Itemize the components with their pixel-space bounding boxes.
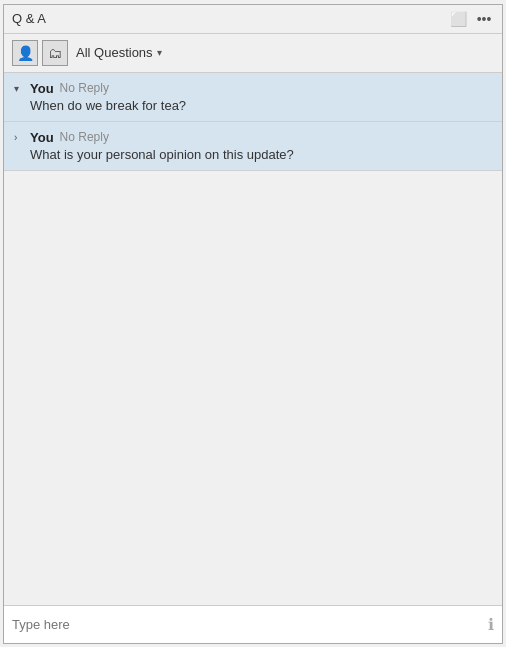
question-item[interactable]: › You No Reply What is your personal opi… <box>4 122 502 171</box>
type-here-input[interactable] <box>12 617 488 632</box>
question-status: No Reply <box>60 81 109 95</box>
info-icon[interactable]: ℹ <box>488 615 494 634</box>
question-author: You <box>30 130 54 145</box>
filter-dropdown[interactable]: All Questions ▾ <box>72 43 166 62</box>
expand-arrow-icon: ▾ <box>14 83 24 94</box>
panel-header: Q & A ⬜ ••• <box>4 5 502 34</box>
filter-label: All Questions <box>76 45 153 60</box>
question-header: ▾ You No Reply <box>14 81 492 96</box>
question-header: › You No Reply <box>14 130 492 145</box>
chevron-down-icon: ▾ <box>157 47 162 58</box>
more-options-icon[interactable]: ••• <box>474 9 494 29</box>
expand-arrow-icon: › <box>14 132 24 143</box>
question-text: What is your personal opinion on this up… <box>14 147 492 162</box>
user-avatar-button[interactable]: 👤 <box>12 40 38 66</box>
toolbar: 👤 🗂 All Questions ▾ <box>4 34 502 73</box>
question-text: When do we break for tea? <box>14 98 492 113</box>
question-item[interactable]: ▾ You No Reply When do we break for tea? <box>4 73 502 122</box>
expand-icon[interactable]: ⬜ <box>448 9 468 29</box>
group-icon: 🗂 <box>48 45 62 61</box>
question-author: You <box>30 81 54 96</box>
person-icon: 👤 <box>17 45 34 61</box>
qa-panel: Q & A ⬜ ••• 👤 🗂 All Questions ▾ ▾ You No… <box>3 4 503 644</box>
panel-title: Q & A <box>12 11 46 26</box>
header-icons: ⬜ ••• <box>448 9 494 29</box>
question-status: No Reply <box>60 130 109 144</box>
group-avatar-button[interactable]: 🗂 <box>42 40 68 66</box>
input-area: ℹ <box>4 605 502 643</box>
questions-list: ▾ You No Reply When do we break for tea?… <box>4 73 502 605</box>
